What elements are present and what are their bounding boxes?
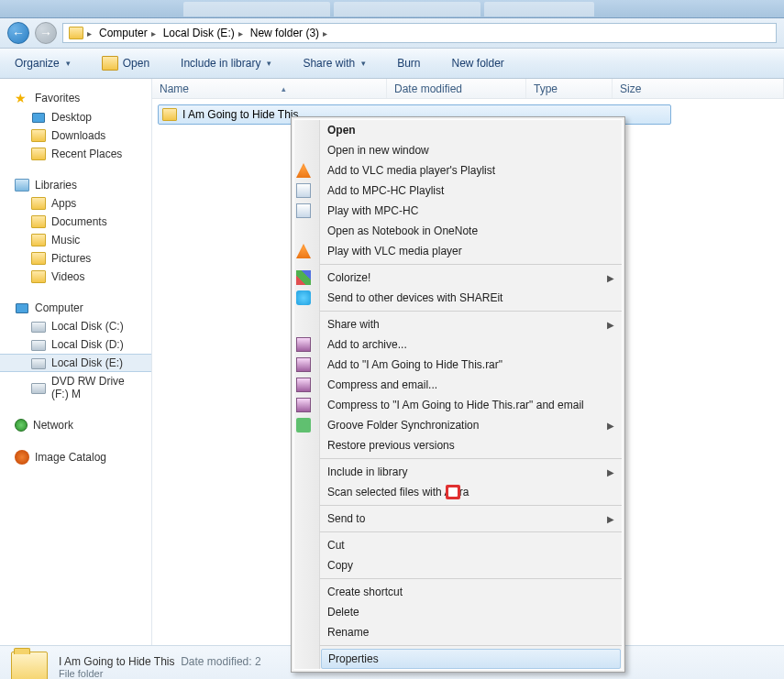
crumb[interactable]: Computer: [99, 27, 148, 39]
organize-button[interactable]: Organize: [9, 53, 76, 73]
menu-item[interactable]: Groove Folder Synchronization▶: [320, 415, 622, 435]
menu-item[interactable]: Compress to "I Am Going to Hide This.rar…: [320, 395, 622, 415]
column-headers: Name▴ Date modified Type Size: [152, 79, 784, 99]
sidebar-item-apps[interactable]: Apps: [0, 194, 151, 213]
menu-item-label: Play with MPC-HC: [327, 204, 418, 217]
menu-item[interactable]: Add to "I Am Going to Hide This.rar": [320, 355, 622, 375]
drive-icon: [31, 322, 46, 333]
details-type: File folder: [59, 668, 261, 679]
sidebar-item-downloads[interactable]: Downloads: [0, 126, 151, 145]
sort-asc-icon: ▴: [282, 84, 286, 93]
menu-item-label: Properties: [328, 652, 379, 665]
folder-open-icon: [102, 56, 118, 71]
menu-item-label: Add to "I Am Going to Hide This.rar": [327, 358, 502, 371]
navigation-pane: ★Favorites Desktop Downloads Recent Plac…: [0, 79, 152, 645]
menu-item[interactable]: Add to VLC media player's Playlist: [320, 160, 622, 181]
tab[interactable]: [183, 2, 330, 16]
share-with-button[interactable]: Share with: [297, 53, 371, 73]
menu-item[interactable]: Open: [320, 120, 622, 140]
sidebar-item-videos[interactable]: Videos: [0, 268, 151, 286]
network-icon: [15, 419, 28, 432]
sidebar-item-desktop[interactable]: Desktop: [0, 108, 151, 126]
menu-item[interactable]: Add to MPC-HC Playlist: [320, 181, 622, 201]
menu-item-label: Compress and email...: [327, 378, 437, 391]
details-title: I Am Going to Hide This: [59, 655, 175, 668]
sidebar-item-drive-c[interactable]: Local Disk (C:): [0, 317, 151, 335]
rar-icon: [296, 398, 311, 412]
menu-item-label: Open in new window: [327, 144, 429, 157]
include-library-button[interactable]: Include in library: [175, 53, 277, 73]
sidebar-item-drive-d[interactable]: Local Disk (D:): [0, 335, 151, 354]
sidebar-item-documents[interactable]: Documents: [0, 213, 151, 231]
menu-item[interactable]: Open in new window: [320, 140, 622, 160]
menu-item[interactable]: Compress and email...: [320, 375, 622, 395]
window-titlebar: [0, 0, 784, 18]
menu-separator: [320, 458, 622, 459]
menu-item[interactable]: Share with▶: [320, 314, 622, 334]
libraries-header[interactable]: Libraries: [0, 176, 151, 194]
back-button[interactable]: ←: [7, 22, 29, 44]
music-icon: [31, 234, 46, 246]
menu-item[interactable]: Play with MPC-HC: [320, 201, 622, 221]
sidebar-item-drive-e[interactable]: Local Disk (E:): [0, 354, 151, 372]
sidebar-item-pictures[interactable]: Pictures: [0, 249, 151, 268]
menu-item[interactable]: Add to archive...: [320, 334, 622, 355]
menu-item[interactable]: Copy: [320, 555, 622, 575]
forward-button[interactable]: →: [35, 22, 57, 44]
sidebar-item-dvd[interactable]: DVD RW Drive (F:) M: [0, 372, 151, 403]
menu-item[interactable]: Properties: [321, 649, 621, 669]
network-header[interactable]: Network: [0, 416, 151, 434]
menu-separator: [320, 264, 622, 265]
menu-item[interactable]: Include in library▶: [320, 462, 622, 482]
burn-button[interactable]: Burn: [392, 53, 425, 73]
sidebar-item-music[interactable]: Music: [0, 231, 151, 249]
menu-item-label: Restore previous versions: [327, 439, 455, 452]
menu-item-label: Open as Notebook in OneNote: [327, 225, 478, 237]
tab[interactable]: [484, 2, 594, 16]
new-folder-button[interactable]: New folder: [447, 53, 510, 73]
menu-item-label: Copy: [327, 559, 353, 572]
menu-item[interactable]: Rename: [320, 622, 622, 642]
rar-icon: [296, 378, 311, 392]
column-size[interactable]: Size: [613, 79, 784, 98]
address-bar: ← → ▸ Computer▸ Local Disk (E:)▸ New fol…: [0, 18, 784, 49]
color-sq-icon: [296, 270, 311, 285]
menu-separator: [320, 645, 622, 646]
tab[interactable]: [334, 2, 480, 16]
favorites-header[interactable]: ★Favorites: [0, 88, 151, 108]
column-date[interactable]: Date modified: [387, 79, 526, 98]
folder-icon: [162, 108, 177, 121]
menu-item[interactable]: Delete: [320, 602, 622, 622]
menu-item[interactable]: Scan selected files with Avira: [320, 482, 622, 502]
menu-item[interactable]: Colorize!▶: [320, 268, 622, 288]
computer-header[interactable]: Computer: [0, 299, 151, 317]
menu-item[interactable]: Send to other devices with SHAREit: [320, 288, 622, 308]
image-catalog-header[interactable]: Image Catalog: [0, 447, 151, 467]
open-button[interactable]: Open: [96, 52, 155, 74]
menu-item[interactable]: Create shortcut: [320, 582, 622, 602]
context-menu: OpenOpen in new windowAdd to VLC media p…: [291, 116, 625, 673]
menu-item[interactable]: Send to▶: [320, 509, 622, 529]
menu-item[interactable]: Cut: [320, 535, 622, 555]
groove-icon: [296, 418, 311, 433]
menu-item-label: Delete: [327, 606, 359, 619]
toolbar: Organize Open Include in library Share w…: [0, 49, 784, 79]
libraries-icon: [15, 179, 29, 192]
computer-icon: [16, 303, 28, 313]
crumb[interactable]: Local Disk (E:): [163, 27, 235, 39]
column-name[interactable]: Name▴: [152, 79, 387, 98]
catalog-icon: [15, 450, 29, 465]
breadcrumb[interactable]: ▸ Computer▸ Local Disk (E:)▸ New folder …: [62, 23, 777, 43]
menu-item[interactable]: Restore previous versions: [320, 435, 622, 455]
menu-separator: [320, 505, 622, 506]
rar-icon: [296, 357, 311, 372]
menu-separator: [320, 311, 622, 312]
column-type[interactable]: Type: [526, 79, 613, 98]
avira-icon: [446, 485, 460, 499]
crumb[interactable]: New folder (3): [250, 27, 319, 39]
menu-item[interactable]: Open as Notebook in OneNote: [320, 221, 622, 241]
menu-item[interactable]: Play with VLC media player: [320, 241, 622, 261]
arrow-left-icon: ←: [12, 26, 25, 40]
submenu-arrow-icon: ▶: [607, 467, 614, 477]
sidebar-item-recent[interactable]: Recent Places: [0, 145, 151, 163]
